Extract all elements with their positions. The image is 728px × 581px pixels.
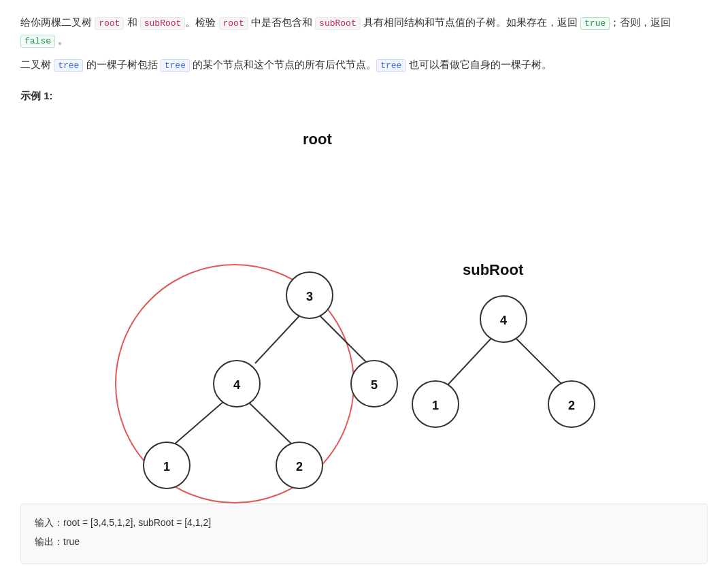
code-root2: root (219, 17, 248, 30)
input-value: root = [3,4,5,1,2], subRoot = [4,1,2] (63, 517, 211, 528)
example-output-line: 输出：true (35, 534, 693, 550)
node-5-label: 5 (371, 378, 378, 392)
diagram-area: root subRoot 3 4 5 1 2 (92, 112, 636, 493)
code-tree3: tree (376, 59, 406, 72)
desc-end1: 。 (55, 34, 68, 46)
desc-mid6: 的一棵子树包括 (83, 59, 160, 70)
subroot-edge-4-2 (514, 336, 565, 387)
desc-mid5: ；否则，返回 (610, 16, 671, 28)
node-2-root-label: 2 (296, 460, 303, 474)
desc-mid4: 具有相同结构和节点值的子树。如果存在，返回 (361, 16, 580, 28)
output-label: 输出： (35, 536, 63, 547)
code-root1: root (95, 17, 124, 30)
desc-mid2: 。检验 (185, 16, 218, 28)
desc-mid7: 的某个节点和这个节点的所有后代节点。 (190, 59, 376, 70)
desc-prefix1: 给你两棵二叉树 (20, 16, 95, 28)
code-false1: false (20, 35, 55, 48)
output-value: true (63, 536, 80, 547)
input-label: 输入： (35, 517, 63, 528)
desc-prefix2: 二叉树 (20, 59, 54, 70)
example-input-line: 输入：root = [3,4,5,1,2], subRoot = [4,1,2] (35, 515, 693, 531)
node-4-root-label: 4 (233, 378, 240, 392)
root-label: root (303, 131, 332, 148)
desc-mid8: 也可以看做它自身的一棵子树。 (406, 59, 551, 70)
node-1-subroot-label: 1 (432, 399, 439, 412)
desc-mid3: 中是否包含和 (248, 16, 315, 28)
node-2-subroot-label: 2 (568, 399, 575, 412)
node-3-label: 3 (306, 290, 313, 303)
example-box: 输入：root = [3,4,5,1,2], subRoot = [4,1,2]… (20, 503, 708, 565)
subroot-edge-4-1 (446, 336, 493, 387)
code-tree2: tree (161, 59, 190, 72)
code-true1: true (580, 17, 610, 30)
edge-3-4 (255, 312, 303, 363)
description-block: 给你两棵二叉树 root 和 subRoot。检验 root 中是否包含和 su… (20, 14, 708, 73)
edge-4-1 (173, 401, 225, 445)
code-subroot2: subRoot (315, 17, 361, 30)
node-4-subroot-label: 4 (500, 314, 507, 327)
code-subroot1: subRoot (140, 17, 186, 30)
code-tree1: tree (54, 59, 83, 72)
node-1-root-label: 1 (163, 460, 170, 474)
desc-mid1: 和 (124, 16, 139, 28)
edge-4-2 (247, 401, 293, 445)
tree-diagram: root subRoot 3 4 5 1 2 (92, 112, 636, 493)
example-title: 示例 1: (20, 87, 708, 105)
edge-3-5 (316, 312, 367, 363)
subroot-label: subRoot (463, 261, 524, 278)
